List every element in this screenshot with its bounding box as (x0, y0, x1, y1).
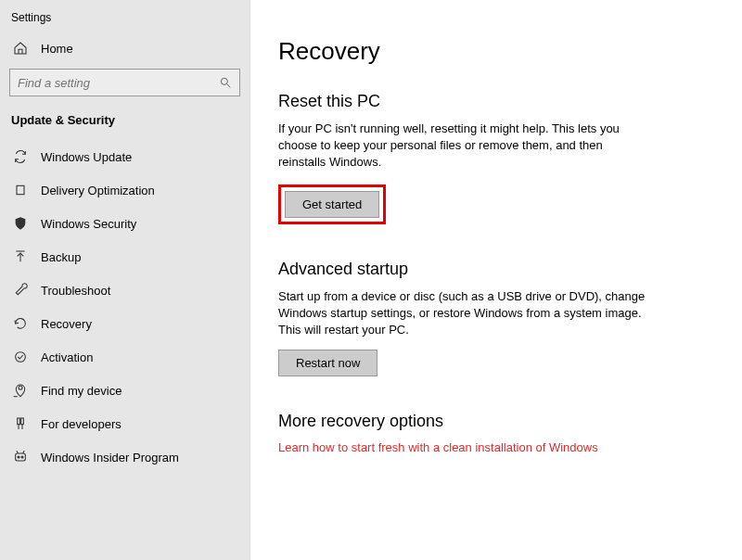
backup-icon (13, 249, 28, 264)
search-box[interactable] (9, 69, 240, 96)
nav-label: Delivery Optimization (41, 184, 155, 197)
content-pane: Recovery Reset this PC If your PC isn't … (250, 0, 742, 560)
svg-point-13 (18, 456, 19, 458)
developers-icon (13, 416, 28, 431)
nav-label: Activation (41, 350, 93, 364)
svg-rect-8 (18, 418, 20, 425)
nav-windows-update[interactable]: Windows Update (0, 140, 249, 173)
svg-point-6 (19, 386, 22, 389)
advanced-section: Advanced startup Start up from a device … (278, 260, 714, 377)
app-title: Settings (0, 7, 249, 33)
nav-label: Windows Insider Program (41, 451, 179, 465)
search-icon (219, 76, 232, 89)
search-container (9, 69, 240, 96)
svg-rect-9 (21, 418, 24, 425)
sync-icon (13, 149, 28, 164)
home-label: Home (41, 42, 73, 56)
activation-icon (13, 350, 28, 364)
nav-label: Recovery (41, 317, 92, 331)
svg-line-1 (227, 84, 231, 88)
highlight-annotation: Get started (278, 185, 386, 224)
recovery-icon (13, 316, 28, 331)
reset-heading: Reset this PC (278, 92, 714, 111)
home-icon (13, 41, 28, 56)
nav-label: For developers (41, 417, 122, 431)
nav-windows-security[interactable]: Windows Security (0, 207, 249, 240)
more-heading: More recovery options (278, 412, 714, 431)
svg-point-14 (21, 456, 23, 458)
svg-point-5 (16, 352, 26, 363)
svg-rect-12 (16, 453, 26, 461)
nav-label: Windows Security (41, 217, 136, 231)
nav-list: Windows Update Delivery Optimization Win… (0, 140, 249, 474)
reset-section: Reset this PC If your PC isn't running w… (278, 92, 714, 224)
nav-backup[interactable]: Backup (0, 240, 249, 274)
nav-label: Find my device (41, 384, 122, 398)
svg-point-0 (221, 78, 227, 84)
restart-now-button[interactable]: Restart now (278, 350, 377, 376)
advanced-heading: Advanced startup (278, 260, 714, 279)
settings-sidebar: Settings Home Update & Security Windows … (0, 0, 250, 560)
get-started-button[interactable]: Get started (285, 191, 379, 218)
fresh-start-link[interactable]: Learn how to start fresh with a clean in… (278, 440, 598, 454)
nav-activation[interactable]: Activation (0, 340, 249, 374)
nav-label: Troubleshoot (41, 284, 110, 298)
search-input[interactable] (18, 76, 219, 90)
nav-for-developers[interactable]: For developers (0, 407, 249, 440)
nav-troubleshoot[interactable]: Troubleshoot (0, 274, 249, 307)
shield-icon (13, 216, 28, 231)
wrench-icon (13, 283, 28, 298)
nav-find-my-device[interactable]: Find my device (0, 374, 249, 407)
location-icon (13, 383, 28, 398)
reset-desc: If your PC isn't running well, resetting… (278, 121, 649, 172)
page-title: Recovery (278, 37, 714, 66)
nav-windows-insider[interactable]: Windows Insider Program (0, 440, 249, 474)
section-label: Update & Security (0, 108, 249, 140)
advanced-desc: Start up from a device or disc (such as … (278, 288, 649, 339)
nav-label: Backup (41, 250, 81, 264)
more-section: More recovery options Learn how to start… (278, 412, 714, 454)
nav-label: Windows Update (41, 150, 132, 164)
home-nav[interactable]: Home (0, 33, 249, 63)
nav-recovery[interactable]: Recovery (0, 307, 249, 340)
svg-rect-2 (17, 185, 24, 194)
delivery-icon (13, 183, 28, 197)
nav-delivery-optimization[interactable]: Delivery Optimization (0, 173, 249, 207)
insider-icon (13, 450, 28, 465)
